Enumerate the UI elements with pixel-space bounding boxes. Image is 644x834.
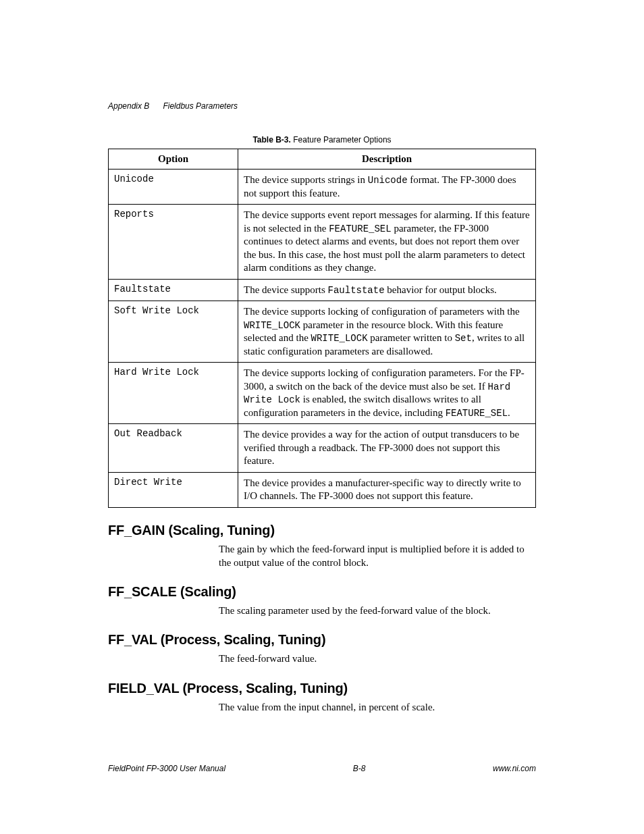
- section-body: The gain by which the feed-forward input…: [219, 542, 536, 570]
- running-header: Appendix B Fieldbus Parameters: [108, 101, 238, 111]
- mono-text: WRITE_LOCK: [244, 320, 300, 331]
- mono-text: FEATURE_SEL: [329, 224, 391, 234]
- table-row: UnicodeThe device supports strings in Un…: [109, 170, 536, 205]
- table-row: Direct WriteThe device provides a manufa…: [109, 472, 536, 507]
- section-heading: FF_GAIN (Scaling, Tuning): [108, 523, 536, 538]
- description-cell: The device supports Faultstate behavior …: [238, 279, 536, 301]
- table-row: ReportsThe device supports event report …: [109, 205, 536, 280]
- appendix-label: Appendix B: [108, 101, 149, 111]
- mono-text: Set: [455, 333, 472, 344]
- description-cell: The device supports strings in Unicode f…: [238, 170, 536, 205]
- desc-text: parameter written to: [368, 332, 455, 343]
- column-header-option: Option: [109, 149, 238, 170]
- footer-page-number: B-8: [353, 764, 366, 773]
- feature-parameter-table: Option Description UnicodeThe device sup…: [108, 149, 536, 508]
- section-heading: FIELD_VAL (Process, Scaling, Tuning): [108, 681, 536, 696]
- mono-text: WRITE_LOCK: [311, 333, 368, 344]
- option-cell: Faultstate: [109, 279, 238, 301]
- page-footer: FieldPoint FP-3000 User Manual B-8 www.n…: [108, 764, 536, 773]
- table-row: Out ReadbackThe device provides a way fo…: [109, 424, 536, 473]
- footer-url: www.ni.com: [493, 764, 536, 773]
- desc-text: The device supports: [244, 284, 328, 295]
- mono-text: Unicode: [368, 175, 408, 186]
- table-caption: Table B-3. Feature Parameter Options: [108, 135, 536, 145]
- option-cell: Soft Write Lock: [109, 301, 238, 363]
- table-row: Hard Write LockThe device supports locki…: [109, 363, 536, 424]
- description-cell: The device supports locking of configura…: [238, 301, 536, 363]
- description-cell: The device provides a manufacturer-speci…: [238, 472, 536, 507]
- table-row: Soft Write LockThe device supports locki…: [109, 301, 536, 363]
- header-title: Fieldbus Parameters: [163, 101, 238, 111]
- description-cell: The device provides a way for the action…: [238, 424, 536, 473]
- desc-text: behavior for output blocks.: [385, 284, 497, 295]
- desc-text: The device provides a way for the action…: [244, 429, 519, 466]
- mono-text: FEATURE_SEL: [446, 408, 508, 419]
- option-cell: Out Readback: [109, 424, 238, 473]
- mono-text: Faultstate: [328, 285, 385, 296]
- section-heading: FF_SCALE (Scaling): [108, 584, 536, 600]
- desc-text: The device supports locking of configura…: [244, 367, 525, 392]
- table-number: Table B-3.: [252, 135, 290, 145]
- option-cell: Reports: [109, 205, 238, 280]
- table-title: Feature Parameter Options: [293, 135, 391, 145]
- option-cell: Direct Write: [109, 472, 238, 507]
- option-cell: Hard Write Lock: [109, 363, 238, 424]
- desc-text: The device provides a manufacturer-speci…: [244, 477, 521, 502]
- footer-manual-title: FieldPoint FP-3000 User Manual: [108, 764, 225, 773]
- section-heading: FF_VAL (Process, Scaling, Tuning): [108, 632, 536, 648]
- column-header-description: Description: [238, 149, 536, 170]
- section-body: The scaling parameter used by the feed-f…: [219, 604, 536, 617]
- desc-text: .: [508, 407, 510, 418]
- section-body: The feed-forward value.: [219, 652, 536, 665]
- description-cell: The device supports event report message…: [238, 205, 536, 280]
- desc-text: The device supports locking of configura…: [244, 306, 520, 317]
- section-body: The value from the input channel, in per…: [219, 700, 536, 714]
- table-row: FaultstateThe device supports Faultstate…: [109, 279, 536, 301]
- description-cell: The device supports locking of configura…: [238, 363, 536, 424]
- option-cell: Unicode: [109, 170, 238, 205]
- desc-text: The device supports strings in: [244, 174, 368, 185]
